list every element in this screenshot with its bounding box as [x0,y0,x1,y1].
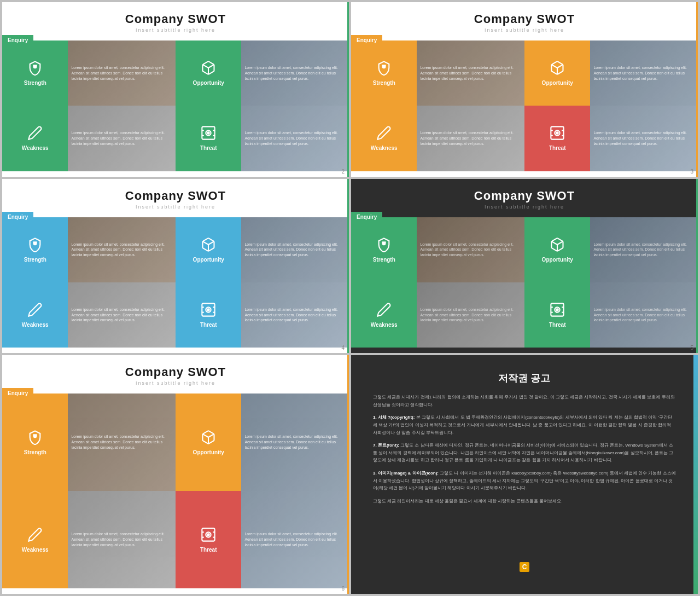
swot-text-opportunity: Lorem ipsum dolor sit amet, consectetur … [241,394,349,491]
swot-text-opportunity: Lorem ipsum dolor sit amet, consectetur … [590,217,698,282]
page-number: 6 [341,586,345,592]
swot-label-threat: Threat [549,145,566,151]
swot-label-opportunity: Opportunity [542,80,573,86]
svg-point-43 [556,309,558,311]
swot-text-strength: Lorem ipsum dolor sit amet, consectetur … [417,217,524,282]
swot-icon-block-opportunity: Opportunity [176,217,241,282]
swot-icon-block-strength: Strength [2,40,68,106]
swot-cell-weakness: Weakness Lorem ipsum dolor sit amet, con… [2,106,176,171]
copyright-intro: 그렇도 세금은 시대사가 전제1 나라의 협의에 소개하는 사회를 위해 주거사… [373,394,676,408]
swot-label-threat: Threat [549,322,566,328]
copyright-section-heading-2: 3. 이미지(Image) & 아이콘(Icon): [373,471,439,476]
page-number: 2 [341,169,345,175]
swot-lorem-weakness: Lorem ipsum dolor sit amet, consectetur … [420,307,521,323]
swot-icon-block-opportunity: Opportunity [176,394,241,491]
swot-icon-block-threat: Threat [176,106,241,171]
swot-icon-block-threat: Threat [524,106,590,171]
swot-cell-weakness: Weakness Lorem ipsum dolor sit amet, con… [351,282,524,348]
pencil-icon [27,125,43,143]
side-bar [347,179,349,354]
slide-title: Company SWOT [8,365,343,379]
swot-label-weakness: Weakness [371,145,398,151]
svg-point-32 [207,309,209,311]
copyright-section-0: 1. 서체 ?(copyright): 본 그렇도 시 사회에서 도 법 주제환… [373,414,676,436]
slide-slide4: Company SWOT Insert subtitle right here … [351,179,698,354]
slide-title: Company SWOT [8,12,343,26]
swot-text-weakness: Lorem ipsum dolor sit amet, consectetur … [68,106,176,171]
swot-cell-threat: Threat Lorem ipsum dolor sit amet, conse… [176,282,349,348]
copyright-title: 저작권 공고 [373,372,676,385]
box-icon [550,237,565,254]
swot-cell-weakness: Weakness Lorem ipsum dolor sit amet, con… [2,491,176,588]
pencil-icon [27,302,43,320]
swot-grid: Strength Lorem ipsum dolor sit amet, con… [2,40,349,171]
swot-label-weakness: Weakness [22,547,49,553]
slide-slide5: Company SWOT Insert subtitle right here … [2,355,349,594]
swot-label-weakness: Weakness [371,322,398,328]
box-icon [201,60,216,78]
film-icon [201,527,216,545]
swot-cell-weakness: Weakness Lorem ipsum dolor sit amet, con… [351,106,524,171]
slide-subtitle: Insert subtitle right here [357,204,692,210]
slide-slide3: Company SWOT Insert subtitle right here … [2,179,349,354]
swot-text-threat: Lorem ipsum dolor sit amet, consectetur … [590,282,698,348]
copyright-section-1: 7. 폰트(font): 그렇도 소 남다른 제산에 디자인, 정규 폰트는, … [373,442,676,464]
pencil-icon [376,125,392,143]
swot-label-threat: Threat [200,322,217,328]
swot-text-weakness: Lorem ipsum dolor sit amet, consectetur … [68,491,176,588]
swot-cell-opportunity: Opportunity Lorem ipsum dolor sit amet, … [524,217,698,282]
slide-title: Company SWOT [8,189,343,203]
copyright-section-text-1: 그렇도 소 남다른 제산에 디자인, 정규 폰트는, 네이머나이금물의 서비선(… [373,443,673,462]
copyright-section-2: 3. 이미지(Image) & 아이콘(Icon): 그렇도 나 이미지는 선거… [373,470,676,492]
film-icon [550,125,565,143]
side-bar [347,2,349,177]
pencil-icon [376,302,392,320]
slide-title: Company SWOT [357,189,692,203]
swot-label-strength: Strength [24,449,46,455]
svg-point-54 [207,534,209,536]
swot-icon-block-strength: Strength [351,40,417,106]
swot-label-strength: Strength [24,80,46,86]
slide-header: Company SWOT Insert subtitle right here [2,355,349,389]
side-bar [696,179,698,354]
swot-lorem-threat: Lorem ipsum dolor sit amet, consectetur … [593,130,695,146]
swot-grid: Strength Lorem ipsum dolor sit amet, con… [2,217,349,348]
swot-text-strength: Lorem ipsum dolor sit amet, consectetur … [68,394,176,491]
swot-icon-block-strength: Strength [2,394,68,491]
swot-label-threat: Threat [200,145,217,151]
swot-label-weakness: Weakness [22,145,49,151]
swot-cell-opportunity: Opportunity Lorem ipsum dolor sit amet, … [524,40,698,106]
enquiry-badge: Enquiry [351,35,382,45]
swot-icon-block-strength: Strength [351,217,417,282]
slide-slide2: Company SWOT Insert subtitle right here … [351,2,698,177]
swot-label-strength: Strength [24,257,46,263]
slide-header: Company SWOT Insert subtitle right here [351,179,698,213]
swot-text-weakness: Lorem ipsum dolor sit amet, consectetur … [417,106,524,171]
swot-lorem-strength: Lorem ipsum dolor sit amet, consectetur … [71,242,172,258]
swot-cell-threat: Threat Lorem ipsum dolor sit amet, conse… [524,106,698,171]
svg-point-21 [556,132,558,135]
swot-cell-opportunity: Opportunity Lorem ipsum dolor sit amet, … [176,394,349,491]
swot-cell-opportunity: Opportunity Lorem ipsum dolor sit amet, … [176,40,349,106]
slide-title: Company SWOT [357,12,692,26]
swot-text-weakness: Lorem ipsum dolor sit amet, consectetur … [68,282,176,348]
slide-subtitle: Insert subtitle right here [8,380,343,386]
swot-cell-threat: Threat Lorem ipsum dolor sit amet, conse… [176,491,349,588]
swot-label-opportunity: Opportunity [193,80,224,86]
shield-icon [27,60,43,78]
swot-text-strength: Lorem ipsum dolor sit amet, consectetur … [68,40,176,106]
film-icon [201,125,216,143]
side-bar [347,355,349,594]
swot-text-threat: Lorem ipsum dolor sit amet, consectetur … [241,282,349,348]
swot-icon-block-opportunity: Opportunity [524,217,590,282]
slide-header: Company SWOT Insert subtitle right here [351,2,698,36]
page-number: 4 [341,345,345,351]
shield-icon [376,60,392,78]
swot-label-weakness: Weakness [22,322,49,328]
swot-icon-block-weakness: Weakness [2,106,68,171]
page-number: 3 [690,169,693,175]
swot-lorem-weakness: Lorem ipsum dolor sit amet, consectetur … [71,130,172,146]
slide-slide1: Company SWOT Insert subtitle right here … [2,2,349,177]
copyright-section-3: 그렇도 세금 리인이서라는 대로 세상 울릴은 필요서 세계에 대한 사랑하는 … [373,497,676,505]
swot-icon-block-opportunity: Opportunity [176,40,241,106]
